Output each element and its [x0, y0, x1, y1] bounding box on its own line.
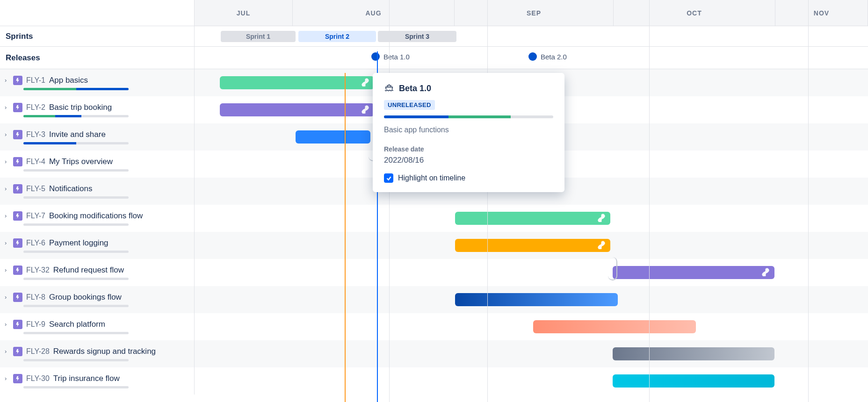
- timeline-header: JULAUGSEPOCTNOV: [0, 0, 868, 26]
- releases-body: Beta 1.0Beta 2.0: [195, 47, 868, 69]
- epic-bar[interactable]: [455, 293, 618, 306]
- chevron-right-icon[interactable]: ›: [5, 239, 9, 246]
- dependency-link-icon[interactable]: [361, 105, 369, 115]
- epic-name[interactable]: Rewards signup and tracking: [53, 347, 156, 356]
- epic-bar[interactable]: [296, 130, 370, 144]
- epic-bar[interactable]: [220, 103, 374, 116]
- month-oct: OCT: [614, 0, 775, 26]
- epic-timeline-cell: [195, 313, 868, 340]
- epic-sidebar[interactable]: ›FLY-32Refund request flow: [0, 259, 195, 286]
- epic-bar[interactable]: [613, 266, 774, 279]
- epic-sidebar[interactable]: ›FLY-6Payment logging: [0, 232, 195, 259]
- chevron-right-icon[interactable]: ›: [5, 348, 9, 355]
- sprint-pill[interactable]: Sprint 1: [221, 31, 296, 42]
- epic-name[interactable]: Basic trip booking: [49, 103, 112, 112]
- epic-name[interactable]: App basics: [49, 76, 88, 85]
- epic-key[interactable]: FLY-5: [26, 185, 45, 193]
- epic-progress: [23, 305, 129, 307]
- epic-row: ›FLY-7Booking modifications flow: [0, 205, 868, 232]
- epic-sidebar[interactable]: ›FLY-9Search platform: [0, 313, 195, 340]
- epic-timeline-cell: [195, 367, 868, 395]
- sidebar-header-spacer: [0, 0, 195, 26]
- epic-bolt-icon: [13, 320, 22, 329]
- dependency-link-icon[interactable]: [597, 214, 606, 223]
- epic-name[interactable]: Payment logging: [49, 238, 108, 248]
- chevron-right-icon[interactable]: ›: [5, 212, 9, 219]
- epic-bar[interactable]: [220, 76, 374, 89]
- epic-bolt-icon: [13, 374, 22, 383]
- chevron-right-icon[interactable]: ›: [5, 104, 9, 111]
- epic-bolt-icon: [13, 157, 22, 166]
- epic-progress: [23, 223, 129, 226]
- dependency-link-icon[interactable]: [361, 78, 369, 88]
- epic-key[interactable]: FLY-30: [26, 374, 50, 383]
- sprint-pill[interactable]: Sprint 2: [298, 31, 376, 42]
- epic-key[interactable]: FLY-2: [26, 103, 45, 112]
- epic-bar[interactable]: [455, 239, 610, 252]
- epic-bar[interactable]: [533, 320, 696, 333]
- epic-bar[interactable]: [613, 374, 774, 388]
- epic-bolt-icon: [13, 238, 22, 248]
- highlight-checkbox[interactable]: [384, 173, 393, 183]
- highlight-checkbox-row[interactable]: Highlight on timeline: [384, 173, 553, 183]
- epic-name[interactable]: Booking modifications flow: [49, 211, 143, 221]
- epic-key[interactable]: FLY-8: [26, 293, 45, 302]
- dependency-link-icon[interactable]: [761, 268, 770, 278]
- epic-bar[interactable]: [455, 212, 610, 225]
- chevron-right-icon[interactable]: ›: [5, 266, 9, 273]
- epic-timeline-cell: [195, 259, 868, 286]
- epic-sidebar[interactable]: ›FLY-5Notifications: [0, 178, 195, 205]
- epic-name[interactable]: Search platform: [49, 320, 105, 329]
- epic-row: ›FLY-28Rewards signup and tracking: [0, 340, 868, 367]
- epic-sidebar[interactable]: ›FLY-7Booking modifications flow: [0, 205, 195, 232]
- epic-name[interactable]: My Trips overview: [49, 157, 113, 166]
- epic-timeline-cell: [195, 340, 868, 367]
- epic-sidebar[interactable]: ›FLY-28Rewards signup and tracking: [0, 340, 195, 367]
- epic-sidebar[interactable]: ›FLY-4My Trips overview: [0, 151, 195, 178]
- epic-key[interactable]: FLY-4: [26, 158, 45, 166]
- epic-key[interactable]: FLY-28: [26, 347, 50, 356]
- epic-progress: [23, 251, 129, 253]
- release-marker[interactable]: Beta 2.0: [528, 52, 567, 61]
- epic-name[interactable]: Invite and share: [49, 130, 106, 139]
- release-date-value: 2022/08/16: [384, 156, 553, 165]
- epic-key[interactable]: FLY-1: [26, 76, 45, 85]
- month-jul: JUL: [195, 0, 293, 26]
- epic-key[interactable]: FLY-6: [26, 239, 45, 247]
- chevron-right-icon[interactable]: ›: [5, 77, 9, 84]
- month-nov: NOV: [775, 0, 868, 26]
- epic-sidebar[interactable]: ›FLY-1App basics: [0, 69, 195, 96]
- dependency-link-icon[interactable]: [597, 241, 606, 251]
- releases-row: Releases Beta 1.0Beta 2.0: [0, 47, 868, 69]
- chevron-right-icon[interactable]: ›: [5, 375, 9, 382]
- chevron-right-icon[interactable]: ›: [5, 294, 9, 301]
- epic-sidebar[interactable]: ›FLY-3Invite and share: [0, 123, 195, 151]
- sprints-body: Sprint 1Sprint 2Sprint 3: [195, 26, 868, 46]
- epic-name[interactable]: Trip insurance flow: [53, 374, 120, 383]
- epic-row: ›FLY-9Search platform: [0, 313, 868, 340]
- epic-key[interactable]: FLY-32: [26, 266, 50, 274]
- release-label: Beta 2.0: [541, 53, 567, 61]
- chevron-right-icon[interactable]: ›: [5, 321, 9, 328]
- highlight-label: Highlight on timeline: [398, 174, 465, 182]
- chevron-right-icon[interactable]: ›: [5, 158, 9, 165]
- status-badge: UNRELEASED: [384, 100, 435, 110]
- chevron-right-icon[interactable]: ›: [5, 185, 9, 192]
- epic-key[interactable]: FLY-7: [26, 212, 45, 220]
- epic-key[interactable]: FLY-9: [26, 320, 45, 329]
- epic-name[interactable]: Notifications: [49, 184, 93, 194]
- epic-sidebar[interactable]: ›FLY-30Trip insurance flow: [0, 367, 195, 395]
- epic-key[interactable]: FLY-3: [26, 130, 45, 139]
- sprint-pill[interactable]: Sprint 3: [378, 31, 456, 42]
- chevron-right-icon[interactable]: ›: [5, 131, 9, 138]
- epic-bolt-icon: [13, 266, 22, 275]
- epic-name[interactable]: Refund request flow: [53, 266, 124, 275]
- epic-sidebar[interactable]: ›FLY-8Group bookings flow: [0, 286, 195, 313]
- epic-sidebar[interactable]: ›FLY-2Basic trip booking: [0, 96, 195, 123]
- release-dot-icon: [528, 52, 537, 61]
- epic-bolt-icon: [13, 293, 22, 302]
- epic-bar[interactable]: [613, 347, 774, 360]
- epic-progress: [23, 359, 129, 361]
- month-aug: AUG: [293, 0, 455, 26]
- epic-name[interactable]: Group bookings flow: [49, 293, 122, 302]
